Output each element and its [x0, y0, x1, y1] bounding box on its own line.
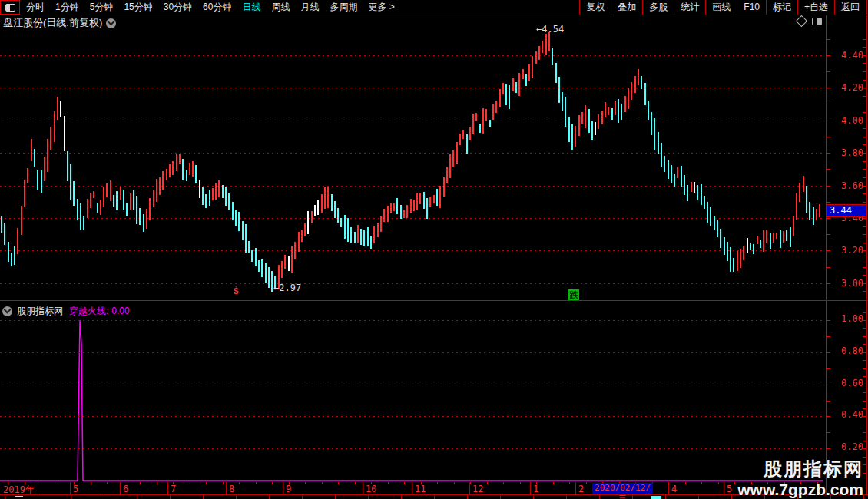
- axis-tick-right: [863, 193, 866, 194]
- date-minor-tick: [520, 482, 521, 484]
- title-chevron-down-icon[interactable]: [106, 18, 116, 28]
- indicator-name-label[interactable]: 穿越火线:: [69, 305, 108, 318]
- axis-tick-left: [827, 336, 830, 337]
- candle: [707, 202, 708, 223]
- axis-tick-left: [827, 234, 830, 235]
- diamond-icon[interactable]: [796, 15, 808, 28]
- candle: [199, 180, 200, 199]
- candle: [717, 220, 718, 237]
- period-menu-item[interactable]: 更多 >: [363, 0, 399, 15]
- candle: [156, 179, 157, 202]
- candle: [644, 83, 646, 105]
- axis-tick-left: [827, 448, 830, 449]
- month-boundary-line: [70, 482, 71, 494]
- candle: [747, 238, 748, 253]
- axis-tick-right: [863, 283, 866, 284]
- date-minor-tick: [256, 482, 257, 484]
- candle: [697, 185, 698, 200]
- axis-tick-left: [827, 432, 830, 433]
- candle: [334, 201, 336, 218]
- period-menu-item[interactable]: 1分钟: [50, 0, 84, 15]
- period-menu-item[interactable]: 15分钟: [118, 0, 157, 15]
- tool-menu-item[interactable]: 复权: [579, 0, 611, 15]
- date-minor-tick: [107, 482, 108, 484]
- candle: [799, 183, 800, 203]
- candle: [648, 101, 649, 120]
- date-minor-tick: [305, 482, 306, 484]
- candle: [34, 149, 35, 167]
- candle: [548, 32, 550, 51]
- period-menu-item[interactable]: 月线: [295, 0, 324, 15]
- indicator-header: 股朋指标网 穿越火线: 0.00: [0, 305, 130, 317]
- candle: [568, 117, 570, 142]
- axis-tick-right: [863, 250, 866, 251]
- candle: [228, 193, 230, 210]
- candle: [139, 208, 141, 225]
- candle: [786, 230, 787, 242]
- date-highlight: 2020/02/12/三: [592, 483, 653, 494]
- candle: [773, 233, 774, 243]
- period-menu-item[interactable]: 30分钟: [158, 0, 197, 15]
- tool-menu-item[interactable]: 统计: [674, 0, 705, 15]
- candle: [766, 230, 767, 243]
- candle: [806, 186, 807, 213]
- axis-tick-right: [863, 259, 866, 259]
- indicator-chevron-down-icon[interactable]: [2, 306, 12, 316]
- watermark-url: www.7gpzb.com: [737, 481, 863, 498]
- candle: [24, 180, 25, 207]
- candle: [535, 51, 537, 64]
- candle: [628, 88, 629, 109]
- candle: [202, 187, 204, 205]
- candle: [261, 259, 263, 277]
- month-label: 2: [578, 484, 584, 494]
- month-label: 5: [727, 484, 732, 494]
- period-menu-item[interactable]: 日线: [237, 0, 266, 15]
- indicator-panel[interactable]: [0, 301, 825, 482]
- indicator-gridline: [0, 352, 825, 353]
- candle: [588, 109, 590, 133]
- month-label: 11: [415, 484, 426, 494]
- candle: [469, 127, 471, 140]
- period-menu-item[interactable]: 多周期: [324, 0, 363, 15]
- tool-menu-item[interactable]: 叠加: [611, 0, 642, 15]
- layout-toggle-button[interactable]: [0, 0, 20, 15]
- watermark: 股朋指标网 www.7gpzb.com: [737, 457, 863, 498]
- month-boundary-line: [724, 482, 724, 494]
- date-minor-tick: [437, 482, 438, 484]
- tool-menu-item[interactable]: 多股: [642, 0, 674, 15]
- candle: [668, 160, 669, 179]
- indicator-axis-label: 0.60: [830, 378, 863, 388]
- candle: [143, 214, 144, 231]
- axis-tick-right: [863, 408, 866, 409]
- candle: [694, 182, 695, 193]
- tool-menu-item[interactable]: F10: [737, 0, 766, 15]
- date-minor-tick: [41, 482, 41, 484]
- period-menu-item[interactable]: 分时: [21, 0, 50, 15]
- tool-menu-item[interactable]: 标记: [766, 0, 797, 15]
- axis-tick-right: [863, 441, 866, 441]
- candle: [354, 232, 356, 243]
- month-boundary-line: [120, 482, 121, 494]
- candle: [100, 200, 101, 215]
- candle: [21, 206, 22, 235]
- date-minor-tick: [421, 482, 422, 484]
- tool-menu-item[interactable]: 画线: [705, 0, 737, 15]
- candle: [542, 41, 543, 53]
- date-minor-tick: [338, 482, 339, 484]
- candle: [17, 228, 18, 254]
- tool-menu-item[interactable]: +自选: [797, 0, 834, 15]
- period-menu-item[interactable]: 60分钟: [197, 0, 237, 15]
- candle: [475, 113, 477, 121]
- period-menu-item[interactable]: 5分钟: [84, 0, 119, 15]
- axis-tick-right: [863, 71, 866, 72]
- period-menu-item[interactable]: 周线: [266, 0, 295, 15]
- axis-tick-right: [863, 376, 866, 377]
- candle: [433, 195, 435, 203]
- stock-title[interactable]: 盘江股份(日线.前复权): [3, 16, 102, 30]
- tool-menu-item[interactable]: 返回: [834, 0, 866, 15]
- split-view-icon[interactable]: [812, 18, 822, 25]
- candle: [1, 216, 2, 233]
- candlestick-chart-area[interactable]: [0, 31, 825, 299]
- axis-tick-right: [863, 121, 866, 121]
- candle: [162, 171, 164, 190]
